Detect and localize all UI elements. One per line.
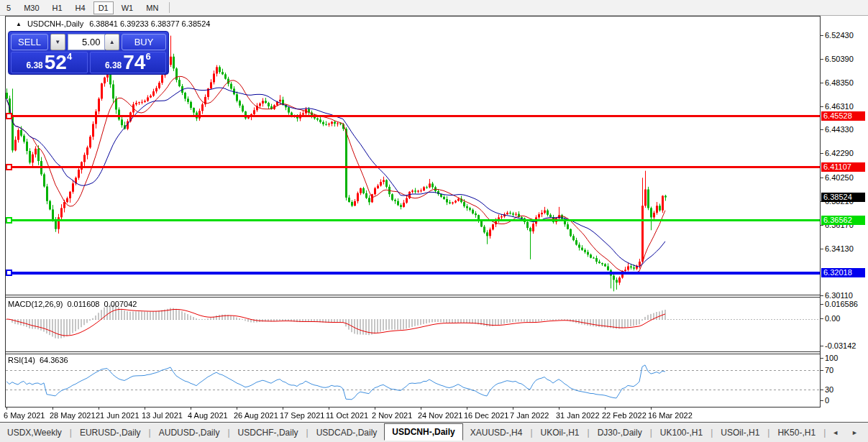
volume-increase-button[interactable]: ▲	[105, 34, 119, 50]
date-axis-tick	[237, 408, 237, 410]
resistance-line-1[interactable]	[6, 115, 820, 117]
resistance-line-2-handle[interactable]	[6, 164, 12, 170]
indicator-axis-label: 0	[825, 396, 829, 405]
price-axis-tick	[821, 83, 823, 83]
price-level-badge: 6.41107	[821, 162, 865, 172]
date-axis-tick	[375, 408, 375, 410]
tab-separator: |	[149, 428, 151, 438]
chart-tab-hk50[interactable]: HK50-,H1	[770, 425, 823, 441]
bid-price-prefix: 6.38	[26, 59, 42, 72]
price-axis-label: 6.44330	[825, 125, 854, 134]
price-level-badge: 6.45528	[821, 111, 865, 121]
indicator-axis-tick	[821, 304, 823, 305]
chart-tab-eurusd[interactable]: EURUSD-,Daily	[73, 425, 148, 441]
volume-input[interactable]: 5.00	[68, 34, 106, 50]
indicator-axis-tick	[821, 370, 823, 371]
one-click-trading-panel: SELL ▼ 5.00 ▲ BUY 6.38 52 4 6.38 74 6	[8, 31, 169, 75]
chart-tab-audusd[interactable]: AUDUSD-,Daily	[152, 425, 227, 441]
indicator-axis-tick	[821, 318, 823, 319]
date-axis-label: 7 Jan 2022	[510, 411, 549, 420]
tab-separator: |	[530, 428, 532, 438]
price-axis-tick	[821, 249, 823, 249]
date-axis[interactable]: 6 May 202128 May 202121 Jun 202113 Jul 2…	[5, 408, 820, 421]
date-axis-label: 4 Aug 2021	[188, 411, 228, 420]
macd-value-signal: 0.007042	[104, 300, 137, 308]
chart-ohlc-values: 6.38841 6.39233 6.38377 6.38524	[89, 19, 210, 28]
macd-name: MACD(12,26,9)	[8, 300, 63, 308]
macd-indicator-label: MACD(12,26,9)0.0116080.007042	[8, 300, 141, 308]
date-axis-label: 13 Jul 2021	[142, 411, 183, 420]
date-axis-label: 28 May 2021	[50, 411, 96, 420]
date-axis-tick	[99, 408, 99, 410]
price-axis-tick	[821, 106, 823, 107]
indicator-axis-label: 100	[825, 354, 838, 362]
date-axis-label: 26 Aug 2021	[234, 411, 278, 420]
date-axis-tick	[605, 408, 606, 410]
resistance-line-1-handle[interactable]	[6, 113, 12, 119]
chart-tab-bar: USDX,Weekly|EURUSD-,Daily|AUDUSD-,Daily|…	[0, 422, 868, 442]
support-line-green-handle[interactable]	[6, 217, 12, 224]
indicator-axis-label: -0.03142	[825, 341, 856, 350]
support-line-green[interactable]	[6, 219, 820, 221]
price-axis-tick	[821, 178, 823, 178]
collapse-panel-icon[interactable]: ▲	[16, 21, 22, 27]
chart-tab-usdchf[interactable]: USDCHF-,Daily	[231, 425, 306, 441]
chart-tab-usdcad[interactable]: USDCAD-,Daily	[309, 425, 385, 441]
date-axis-tick	[467, 408, 467, 410]
price-axis-tick	[821, 295, 823, 296]
price-axis-label: 6.48350	[825, 78, 854, 87]
tab-scroll-left-icon[interactable]: ◄	[832, 429, 839, 436]
date-axis-tick	[191, 408, 191, 410]
price-axis-label: 6.50390	[825, 55, 854, 63]
tab-scroll-right-icon[interactable]: ►	[851, 429, 858, 436]
date-axis-label: 2 Nov 2021	[372, 411, 412, 420]
indicator-axis-label: 70	[825, 366, 833, 374]
chart-tab-usoil[interactable]: USOil-,H1	[713, 425, 767, 441]
price-axis-tick	[821, 35, 823, 36]
tab-separator: |	[227, 428, 229, 438]
price-axis-label: 6.34130	[825, 244, 854, 253]
rsi-value: 64.3636	[40, 356, 68, 364]
rsi-indicator-label: RSI(14)64.3636	[8, 356, 73, 364]
date-axis-tick	[513, 408, 513, 410]
chart-tab-ukoil[interactable]: UKOil-,H1	[534, 425, 587, 441]
price-axis-tick	[821, 59, 823, 60]
tab-separator: |	[711, 428, 713, 438]
support-line-blue[interactable]	[6, 272, 820, 275]
date-axis-label: 21 Jun 2021	[96, 411, 140, 420]
macd-value-main: 0.011608	[67, 300, 99, 308]
price-axis[interactable]: 6.524306.503906.483506.463106.443306.422…	[821, 16, 868, 408]
chart-tab-dj30[interactable]: DJ30-,Daily	[590, 425, 649, 441]
date-axis-tick	[651, 408, 652, 410]
price-axis-tick	[821, 129, 823, 130]
chart-tabs: USDX,Weekly|EURUSD-,Daily|AUDUSD-,Daily|…	[0, 425, 826, 441]
date-axis-tick	[145, 408, 145, 410]
rsi-name: RSI(14)	[8, 356, 35, 364]
sell-button[interactable]: SELL	[11, 34, 48, 50]
bid-price-pip: 4	[67, 53, 72, 60]
support-line-blue-handle[interactable]	[6, 270, 12, 276]
bid-price-display[interactable]: 6.38 52 4	[11, 52, 88, 73]
tab-separator: |	[650, 428, 652, 438]
price-level-badge: 6.32018	[821, 268, 865, 277]
buy-button[interactable]: BUY	[122, 34, 166, 50]
date-axis-tick	[283, 408, 283, 410]
date-axis-tick	[421, 408, 421, 410]
trading-terminal-window: 5M30H1H4D1W1MN ▲ USDCNH-,Daily 6.38841 6…	[0, 0, 868, 442]
chart-symbol-title: USDCNH-,Daily	[27, 19, 83, 28]
chart-tab-usdx[interactable]: USDX,Weekly	[0, 425, 69, 441]
ask-price-display[interactable]: 6.38 74 6	[90, 52, 167, 73]
price-axis-label: 6.40250	[825, 173, 854, 182]
chart-tab-uk100[interactable]: UK100-,H1	[653, 425, 710, 441]
date-axis-label: 11 Oct 2021	[326, 411, 368, 420]
date-axis-label: 17 Sep 2021	[280, 411, 324, 420]
price-axis-label: 6.52430	[825, 31, 854, 40]
date-axis-tick	[559, 408, 559, 410]
resistance-line-2[interactable]	[6, 166, 820, 168]
volume-decrease-button[interactable]: ▼	[50, 34, 65, 50]
chart-tab-xauusd[interactable]: XAUUSD-,H4	[463, 425, 530, 441]
chart-tab-usdcnh[interactable]: USDCNH-,Daily	[384, 423, 462, 441]
ask-price-prefix: 6.38	[105, 59, 122, 72]
price-axis-label: 6.30110	[825, 291, 853, 300]
date-axis-label: 31 Jan 2022	[556, 411, 600, 420]
